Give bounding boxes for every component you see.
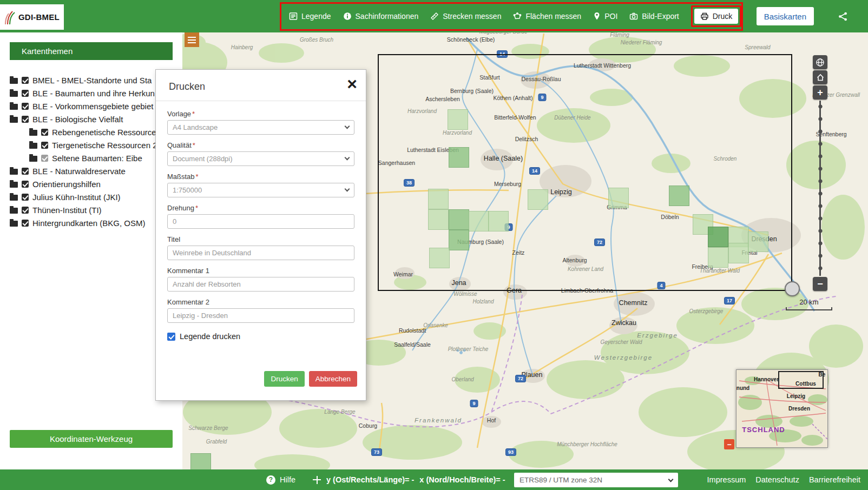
legend-print-checkbox-label: Legende drucken	[180, 332, 240, 341]
kommentar2-input[interactable]: Leipzig - Dresden	[167, 308, 354, 323]
dialog-title: Drucken	[156, 70, 366, 101]
legend-tool[interactable]: Legende	[289, 12, 331, 21]
home-button[interactable]	[813, 70, 827, 84]
field-label: Maßstab	[167, 173, 195, 181]
overview-map-label: TSCHLAND	[742, 426, 785, 434]
logo-text: GDI-BMEL	[18, 12, 60, 22]
footer-link[interactable]: Datenschutz	[755, 475, 799, 484]
vorlage-select[interactable]: A4 Landscape	[167, 120, 354, 135]
checkbox-checked-icon[interactable]	[41, 155, 48, 162]
image-export-tool[interactable]: Bild-Export	[629, 12, 679, 21]
folder-icon	[29, 143, 37, 149]
crs-select[interactable]: ETRS89 / UTM zone 32N	[514, 473, 678, 487]
app-logo: GDI-BMEL	[0, 4, 64, 30]
folder-icon	[10, 78, 18, 84]
checkbox-checked-icon[interactable]	[41, 142, 48, 149]
coordinate-tool-button[interactable]: Koordinaten-Werkzeug	[10, 430, 173, 448]
overview-map-label: Cottbus	[795, 381, 816, 387]
share-icon[interactable]	[838, 12, 847, 21]
measure-area-tool[interactable]: Flächen messen	[513, 12, 581, 21]
polygon-measure-icon	[513, 12, 522, 21]
zoom-slider-track	[817, 101, 824, 276]
overview-map-label: Dresden	[788, 406, 810, 412]
feature-info-tool[interactable]: Sachinformationen	[343, 12, 419, 21]
checkbox-checked-icon[interactable]	[22, 194, 29, 201]
layer-tree-item[interactable]: Thünen-Institut (TI)	[10, 203, 174, 216]
folder-icon	[10, 195, 18, 201]
tool-label: Bild-Export	[642, 12, 679, 21]
tool-label: Druck	[713, 12, 733, 21]
app-window: Schönebeck (Elbe)StaßfurtBernburg (Saale…	[0, 0, 868, 490]
layer-tree-item[interactable]: BLE - Vorkommensgebiete gebiet	[10, 100, 174, 112]
footer-link[interactable]: Barrierefreiheit	[809, 475, 860, 484]
checkbox-checked-icon[interactable]	[41, 129, 48, 136]
qualitaet-select[interactable]: Document (288dpi)	[167, 151, 354, 166]
basemap-button[interactable]: Basiskarten	[757, 7, 814, 25]
layer-tree-item[interactable]: BLE - Baumarten und ihre Herkun	[10, 87, 174, 100]
sidebar-toggle-button[interactable]	[185, 32, 199, 47]
tool-label: Legende	[301, 12, 331, 21]
layer-tree-item-label: Tiergenetische Ressourcen 20	[52, 141, 162, 150]
dialog-body: Vorlage* A4 Landscape Qualität* Document…	[156, 101, 366, 341]
drehung-input[interactable]: 0	[167, 214, 354, 229]
massstab-select[interactable]: 1:750000	[167, 183, 354, 197]
checkbox-checked-icon[interactable]	[22, 181, 29, 188]
field-label: Qualität	[167, 141, 192, 149]
massstab-value: 1:750000	[173, 186, 202, 194]
zoom-slider[interactable]	[813, 101, 827, 276]
checkbox-checked-icon[interactable]	[22, 168, 29, 175]
toolbar: Legende Sachinformationen Strecken messe…	[289, 0, 741, 32]
close-icon[interactable]: ×	[347, 75, 357, 92]
overview-map[interactable]: HannovernundBeCottbusLeipzigDresdenTSCHL…	[736, 369, 828, 448]
kommentar1-input[interactable]: Anzahl der Rebsorten	[167, 277, 354, 292]
globe-button[interactable]	[813, 55, 827, 69]
ruler-icon	[430, 12, 439, 21]
measure-distance-tool[interactable]: Strecken messen	[430, 12, 501, 21]
folder-icon	[10, 104, 18, 110]
help-label: Hilfe	[280, 475, 295, 484]
layer-tree-item[interactable]: BMEL - BMEL-Standorte und Sta	[10, 74, 174, 87]
print-extent-resize-handle[interactable]	[785, 281, 800, 296]
overview-map-label: Hannover	[754, 376, 779, 382]
layer-tree-item[interactable]: BLE - Naturwaldreservate	[10, 164, 174, 177]
layer-tree-item[interactable]: Hintergrundkarten (BKG, OSM)	[10, 216, 174, 229]
print-extent-rectangle[interactable]	[378, 54, 792, 291]
tool-label: Sachinformationen	[356, 12, 419, 21]
overview-collapse-button[interactable]: −	[724, 439, 734, 449]
layer-tree-item[interactable]: Orientierungshilfen	[10, 177, 174, 190]
pin-icon	[593, 12, 601, 21]
help-button[interactable]: ? Hilfe	[266, 469, 295, 490]
cancel-button[interactable]: Abbrechen	[309, 371, 357, 387]
folder-icon	[10, 117, 18, 123]
print-tool[interactable]: Druck	[694, 9, 739, 24]
checkbox-checked-icon[interactable]	[22, 77, 29, 84]
field-label: Vorlage	[167, 110, 191, 118]
layer-tree-item[interactable]: Julius Kühn-Institut (JKI)	[10, 190, 174, 203]
checkbox-checked-icon[interactable]	[22, 220, 29, 227]
footer-link[interactable]: Impressum	[707, 475, 746, 484]
layer-tree-item[interactable]: BLE - Biologische Vielfalt	[10, 112, 174, 125]
layer-tree-item[interactable]: Tiergenetische Ressourcen 20	[29, 138, 174, 151]
required-asterisk: *	[193, 141, 195, 149]
tool-label: Flächen messen	[525, 12, 581, 21]
poi-tool[interactable]: POI	[593, 12, 617, 21]
checkbox-checked-icon[interactable]	[22, 103, 29, 110]
layer-tree-item[interactable]: Seltene Baumarten: Eibe	[29, 151, 174, 164]
layer-tree-item[interactable]: Rebengenetische Ressourcen	[29, 125, 174, 138]
crs-value: ETRS89 / UTM zone 32N	[520, 476, 602, 484]
titel-input[interactable]: Weinrebe in Deutschland	[167, 246, 354, 260]
field-label: Titel	[167, 235, 180, 243]
print-button[interactable]: Drucken	[264, 371, 304, 387]
checkbox-checked-icon[interactable]	[22, 207, 29, 214]
legend-print-checkbox[interactable]	[167, 333, 175, 341]
checkbox-checked-icon[interactable]	[22, 90, 29, 97]
layer-tree-item-label: Hintergrundkarten (BKG, OSM)	[32, 218, 145, 228]
checkbox-checked-icon[interactable]	[22, 116, 29, 123]
folder-icon	[29, 156, 37, 162]
zoom-in-button[interactable]: +	[813, 85, 827, 100]
crosshair-icon	[313, 476, 321, 484]
layer-tree-item-label: Julius Kühn-Institut (JKI)	[32, 193, 121, 202]
required-asterisk: *	[196, 173, 199, 181]
titel-value: Weinrebe in Deutschland	[173, 249, 251, 257]
zoom-out-button[interactable]: −	[813, 277, 827, 291]
